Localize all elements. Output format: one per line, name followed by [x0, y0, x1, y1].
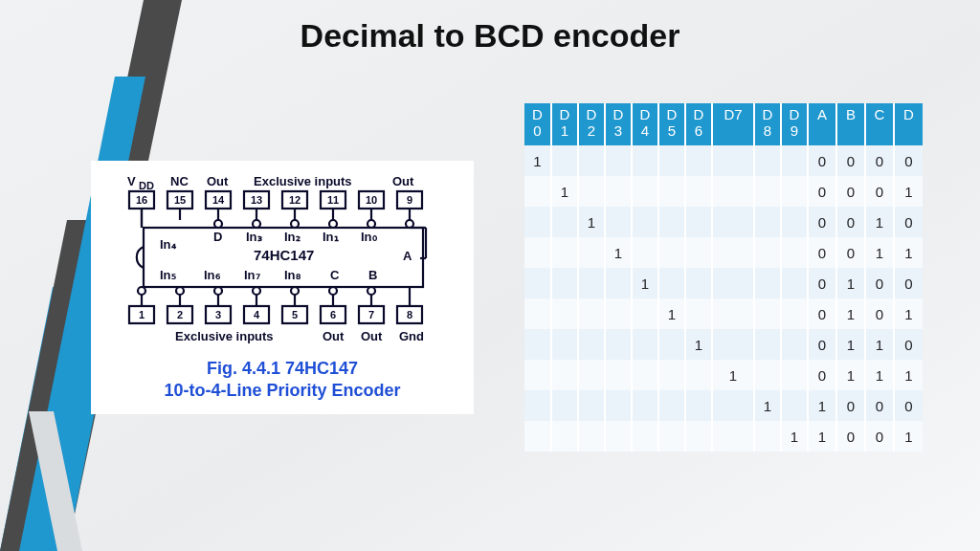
col-D8: D8 — [754, 103, 781, 145]
svg-text:Gnd: Gnd — [399, 329, 424, 343]
svg-text:V: V — [127, 174, 136, 188]
svg-point-62 — [253, 287, 260, 295]
col-D6: D6 — [685, 103, 712, 145]
table-row: 10010 — [524, 207, 923, 237]
col-B: B — [836, 103, 865, 145]
svg-point-66 — [329, 287, 337, 295]
svg-text:D: D — [213, 230, 222, 244]
svg-text:12: 12 — [289, 194, 301, 206]
svg-text:10: 10 — [366, 194, 377, 206]
svg-text:Out: Out — [323, 329, 345, 343]
svg-text:1: 1 — [139, 309, 145, 320]
svg-text:Out: Out — [207, 174, 229, 188]
svg-point-38 — [368, 220, 375, 228]
table-row: 10011 — [524, 237, 923, 268]
table-row: 10111 — [524, 360, 923, 390]
col-C: C — [865, 103, 894, 145]
col-D7: D7 — [712, 103, 754, 145]
col-A: A — [808, 103, 836, 145]
svg-point-60 — [214, 287, 222, 295]
svg-text:A: A — [403, 249, 412, 263]
svg-text:9: 9 — [407, 194, 412, 206]
col-D: D — [894, 103, 923, 145]
svg-point-30 — [214, 220, 222, 228]
svg-point-56 — [138, 287, 145, 295]
svg-text:74HC147: 74HC147 — [254, 247, 314, 263]
svg-text:Exclusive inputs: Exclusive inputs — [254, 174, 352, 188]
svg-text:5: 5 — [292, 309, 298, 320]
svg-marker-4 — [29, 411, 82, 551]
svg-text:11: 11 — [327, 194, 339, 206]
figure-caption: Fig. 4.4.1 74HC147 10-to-4-Line Priority… — [99, 358, 466, 401]
col-D5: D5 — [658, 103, 685, 145]
truth-table-header: D0D1D2D3D4D5D6D7D8D9ABCD — [524, 103, 923, 145]
svg-text:In₆: In₆ — [204, 268, 221, 282]
svg-point-32 — [253, 220, 260, 228]
ic-figure: .lbl { font: 700 13px Arial; fill:#0a0a2… — [91, 161, 474, 414]
svg-text:In₇: In₇ — [244, 268, 260, 282]
svg-point-40 — [406, 220, 413, 228]
table-row: 11000 — [524, 390, 923, 421]
ic-pinout-svg: .lbl { font: 700 13px Arial; fill:#0a0a2… — [100, 172, 464, 354]
col-D9: D9 — [781, 103, 808, 145]
svg-text:8: 8 — [407, 309, 412, 320]
svg-text:B: B — [368, 268, 377, 282]
table-row: 10000 — [524, 145, 923, 176]
svg-marker-2 — [0, 220, 103, 551]
col-D3: D3 — [605, 103, 632, 145]
svg-point-68 — [368, 287, 375, 295]
svg-text:In₄: In₄ — [160, 237, 177, 252]
svg-text:In₈: In₈ — [284, 268, 301, 282]
col-D0: D0 — [524, 103, 551, 145]
svg-point-58 — [176, 287, 184, 295]
svg-text:Out: Out — [361, 329, 383, 343]
svg-text:In₀: In₀ — [361, 230, 378, 244]
svg-text:3: 3 — [215, 309, 221, 320]
table-row: 10101 — [524, 298, 923, 329]
svg-text:In₂: In₂ — [284, 230, 301, 244]
svg-text:In₅: In₅ — [160, 268, 176, 282]
table-row: 10100 — [524, 268, 923, 298]
svg-text:In₁: In₁ — [323, 230, 339, 244]
svg-point-34 — [291, 220, 299, 228]
svg-text:14: 14 — [212, 194, 225, 206]
svg-text:In₃: In₃ — [246, 230, 262, 244]
svg-text:Out: Out — [392, 174, 414, 188]
col-D1: D1 — [551, 103, 578, 145]
svg-text:DD: DD — [139, 180, 154, 191]
col-D2: D2 — [578, 103, 605, 145]
truth-table: D0D1D2D3D4D5D6D7D8D9ABCD 100001000110010… — [524, 103, 923, 452]
svg-text:4: 4 — [254, 309, 260, 320]
svg-text:C: C — [330, 268, 340, 282]
svg-text:Exclusive inputs: Exclusive inputs — [175, 329, 274, 343]
svg-point-36 — [329, 220, 337, 228]
table-row: 11001 — [524, 421, 923, 452]
table-row: 10110 — [524, 329, 923, 360]
page-title: Decimal to BCD encoder — [0, 17, 980, 55]
table-row: 10001 — [524, 176, 923, 207]
svg-text:6: 6 — [330, 309, 336, 320]
col-D4: D4 — [632, 103, 658, 145]
svg-text:NC: NC — [170, 174, 189, 188]
svg-text:2: 2 — [177, 309, 183, 320]
svg-text:15: 15 — [174, 194, 186, 206]
svg-text:13: 13 — [251, 194, 262, 206]
svg-point-64 — [291, 287, 299, 295]
svg-text:16: 16 — [136, 194, 147, 206]
svg-text:7: 7 — [368, 309, 374, 320]
